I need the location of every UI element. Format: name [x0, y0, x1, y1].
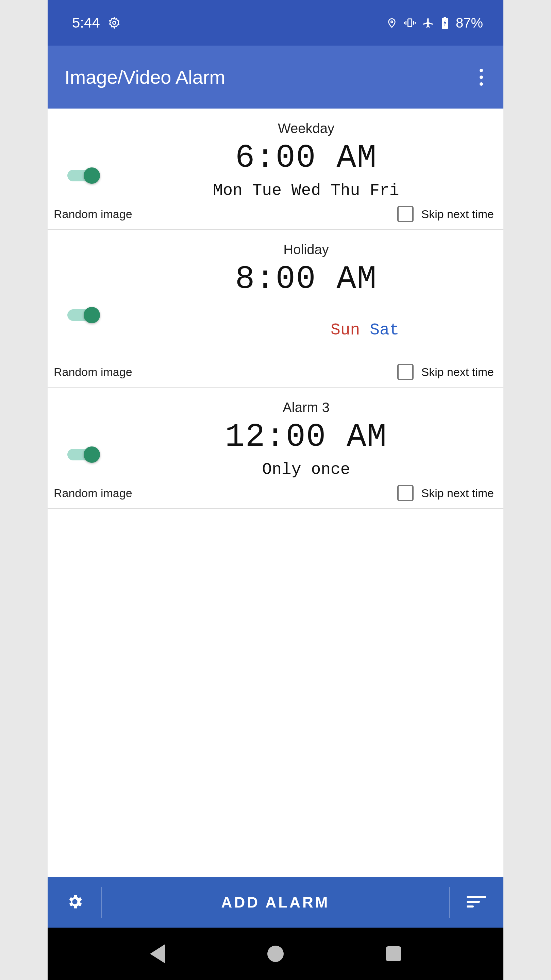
alarm-subtext: Random image [54, 208, 132, 221]
alarm-title: Weekday [115, 121, 497, 136]
alarm-item-3[interactable]: Alarm 3 12:00 AM Only once Random image … [48, 388, 503, 509]
gear-icon [108, 17, 121, 29]
status-bar: 5:44 [48, 0, 503, 46]
alarm-time: 8:00 AM [115, 261, 497, 298]
airplane-icon [422, 17, 434, 29]
skip-label: Skip next time [421, 487, 494, 500]
svg-point-1 [391, 21, 392, 23]
gear-icon [66, 893, 84, 912]
alarm-title: Holiday [115, 242, 497, 257]
battery-icon [441, 17, 449, 29]
vibrate-icon [404, 17, 416, 29]
svg-point-0 [113, 21, 116, 24]
alarm-toggle[interactable] [67, 169, 102, 182]
skip-label: Skip next time [421, 208, 494, 221]
checkbox-icon [397, 364, 414, 380]
alarm-subtext: Random image [54, 487, 132, 500]
status-right: 87% [386, 15, 483, 30]
menu-overflow-icon[interactable] [473, 62, 490, 92]
svg-rect-8 [443, 17, 446, 18]
skip-label: Skip next time [421, 366, 494, 379]
alarm-days: Only once [115, 460, 497, 479]
day-sun: Sun [330, 321, 360, 339]
alarm-toggle[interactable] [67, 308, 102, 322]
alarm-toggle[interactable] [67, 448, 102, 461]
bottom-bar: ADD ALARM [48, 877, 503, 928]
sort-icon [467, 895, 486, 910]
alarm-days: Mon Tue Wed Thu Fri [115, 181, 497, 200]
skip-next-time-checkbox[interactable]: Skip next time [397, 206, 494, 222]
app-title: Image/Video Alarm [65, 66, 225, 88]
checkbox-icon [397, 206, 414, 222]
status-time: 5:44 [72, 14, 100, 31]
location-icon [386, 18, 397, 28]
nav-recent-icon[interactable] [386, 946, 401, 961]
day-sat: Sat [370, 321, 399, 339]
alarm-title: Alarm 3 [115, 400, 497, 415]
svg-rect-2 [408, 19, 411, 27]
skip-next-time-checkbox[interactable]: Skip next time [397, 485, 494, 501]
alarm-subtext: Random image [54, 366, 132, 379]
skip-next-time-checkbox[interactable]: Skip next time [397, 364, 494, 380]
add-alarm-button[interactable]: ADD ALARM [102, 894, 449, 911]
nav-back-icon[interactable] [150, 944, 165, 963]
alarm-time: 6:00 AM [115, 140, 497, 177]
nav-home-icon[interactable] [267, 946, 284, 962]
sort-button[interactable] [449, 877, 503, 928]
status-left: 5:44 [72, 14, 121, 31]
alarm-list: Weekday 6:00 AM Mon Tue Wed Thu Fri Rand… [48, 108, 503, 877]
alarm-item-weekday[interactable]: Weekday 6:00 AM Mon Tue Wed Thu Fri Rand… [48, 108, 503, 230]
app-bar: Image/Video Alarm [48, 46, 503, 108]
battery-percent: 87% [456, 15, 483, 30]
alarm-days: Sun Sat [115, 302, 497, 358]
checkbox-icon [397, 485, 414, 501]
nav-bar [48, 928, 503, 980]
alarm-item-holiday[interactable]: Holiday 8:00 AM Sun Sat Random image Ski… [48, 230, 503, 388]
alarm-time: 12:00 AM [115, 418, 497, 456]
settings-button[interactable] [48, 877, 102, 928]
